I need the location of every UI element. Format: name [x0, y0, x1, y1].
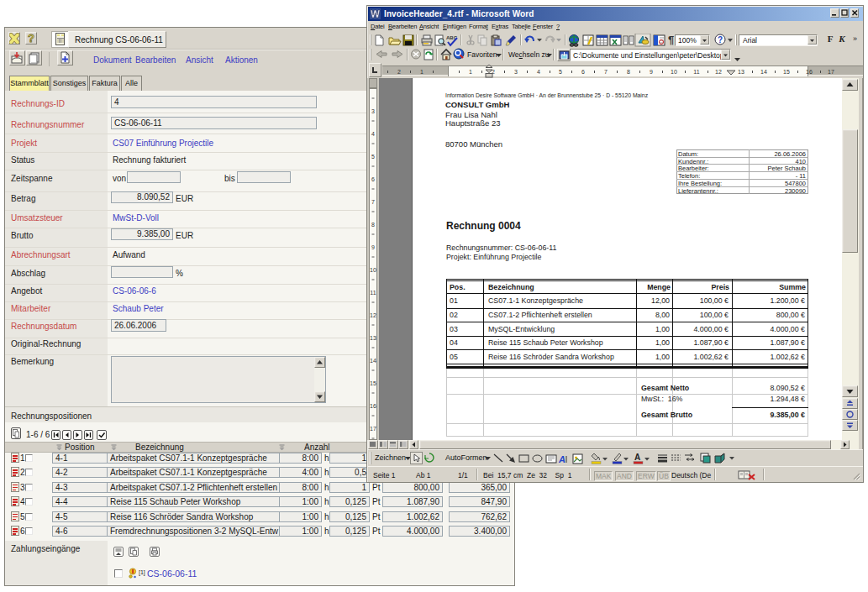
- svg-text:10: 10: [671, 69, 677, 75]
- svg-text:14: 14: [760, 69, 767, 75]
- svg-text:11: 11: [370, 290, 376, 296]
- svg-text:17: 17: [370, 426, 376, 432]
- svg-text:A: A: [558, 454, 566, 464]
- svg-text:6: 6: [371, 176, 375, 182]
- svg-text:15: 15: [783, 69, 790, 75]
- svg-text:3: 3: [514, 69, 518, 75]
- svg-text:7: 7: [371, 199, 375, 205]
- svg-text:9: 9: [650, 69, 653, 75]
- svg-text:4: 4: [537, 69, 540, 75]
- svg-text:1: 1: [469, 69, 472, 75]
- svg-text:A: A: [634, 453, 640, 462]
- svg-text:15: 15: [370, 380, 376, 386]
- svg-text:1: 1: [420, 69, 423, 75]
- svg-text:11: 11: [693, 69, 699, 75]
- svg-text:12: 12: [715, 69, 722, 75]
- svg-text:12: 12: [370, 312, 376, 318]
- svg-text:14: 14: [370, 358, 376, 364]
- svg-text:5: 5: [559, 69, 562, 75]
- svg-text:?: ?: [718, 35, 723, 45]
- svg-text:5: 5: [371, 154, 375, 160]
- svg-text:6: 6: [581, 69, 585, 75]
- svg-text:7: 7: [604, 69, 608, 75]
- svg-text:¶: ¶: [668, 34, 674, 46]
- svg-text:13: 13: [370, 335, 376, 341]
- svg-text:9: 9: [371, 244, 375, 250]
- svg-text:16: 16: [806, 69, 813, 75]
- svg-text:17: 17: [828, 69, 834, 75]
- svg-text:16: 16: [370, 403, 376, 409]
- svg-text:10: 10: [370, 267, 376, 273]
- svg-text:2: 2: [397, 69, 401, 75]
- svg-text:4: 4: [371, 131, 375, 137]
- svg-text:3: 3: [371, 108, 375, 114]
- svg-text:13: 13: [738, 69, 744, 75]
- svg-text:8: 8: [371, 222, 375, 228]
- svg-text:8: 8: [627, 69, 630, 75]
